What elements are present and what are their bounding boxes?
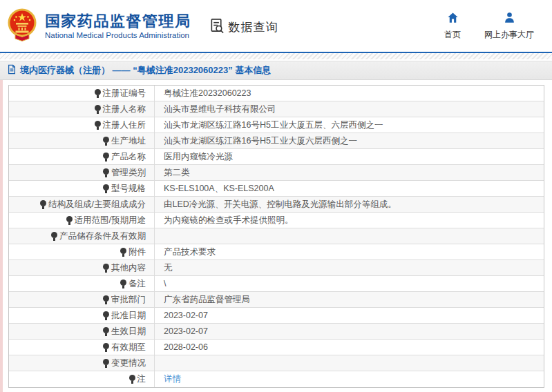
table-row: 产品储存条件及有效期 [9, 228, 544, 244]
table-row: 产品名称 医用内窥镜冷光源 [9, 149, 544, 165]
row-value-text: 2028-02-06 [164, 342, 208, 352]
row-label: 注 [9, 371, 155, 387]
row-value-text: 汕头市昱维电子科技有限公司 [164, 104, 276, 115]
note-bulb-icon [103, 311, 109, 320]
note-bulb-icon [51, 232, 57, 241]
row-label-text: 备注 [129, 278, 146, 290]
row-value-text: 2023-02-07 [164, 311, 208, 320]
note-bulb-icon [103, 359, 109, 368]
table-row: 注册证编号 粤械注准20232060223 [9, 86, 544, 101]
note-bulb-icon [103, 184, 109, 193]
nav-home-label: 首页 [444, 29, 461, 41]
row-value: \ [155, 276, 544, 291]
row-label-text: 变更情况 [111, 357, 146, 369]
row-value: 粤械注准20232060223 [155, 86, 544, 101]
row-label-text: 批准日期 [111, 310, 146, 322]
document-search-icon [209, 18, 225, 37]
site-logo[interactable]: 国家药品监督管理局 National Medical Products Admi… [6, 8, 191, 45]
row-label: 适用范围/预期用途 [9, 213, 155, 228]
row-value: 汕头市龙湖区练江路16号H5工业大厦六层西侧之一 [155, 133, 544, 148]
row-value-text: \ [164, 279, 166, 288]
row-label-text: 适用范围/预期用途 [75, 215, 146, 226]
note-bulb-icon [40, 200, 46, 209]
row-label: 注册证编号 [9, 86, 155, 101]
row-label-text: 注册证编号 [103, 88, 146, 99]
page-title-bar: 境内医疗器械（注册） —— “粤械注准20232060223” 基本信息 [0, 61, 552, 80]
row-label-text: 其他内容 [111, 262, 146, 274]
hatch-strip [0, 53, 552, 59]
note-bulb-icon [103, 264, 109, 273]
table-row: 适用范围/预期用途 为内窥镜的检查或手术提供照明。 [9, 213, 544, 228]
row-value: 产品技术要求 [155, 244, 544, 259]
detail-link[interactable]: 详情 [164, 373, 181, 385]
row-label-text: 注册人住所 [103, 119, 146, 131]
note-bulb-icon [103, 137, 109, 146]
table-row: 备注 \ [9, 276, 544, 292]
row-label: 产品名称 [9, 149, 155, 164]
table-row: 附件 产品技术要求 [9, 244, 544, 260]
row-value-text: 汕头市龙湖区练江路16号H5工业大厦五层、六层西侧之一 [164, 119, 383, 131]
national-emblem-icon [6, 8, 39, 45]
row-label-text: 型号规格 [111, 183, 146, 195]
row-label: 批准日期 [9, 308, 155, 323]
row-value: 2028-02-06 [155, 340, 544, 355]
table-row: 生产地址 汕头市龙湖区练江路16号H5工业大厦六层西侧之一 [9, 133, 544, 149]
nav-online-hall-label: 网上办事大厅 [484, 29, 534, 41]
row-label: 审批部门 [9, 292, 155, 307]
nav-home[interactable]: 首页 [444, 11, 461, 41]
data-query-section[interactable]: 数据查询 [209, 18, 278, 37]
row-value: 汕头市昱维电子科技有限公司 [155, 101, 544, 117]
row-value-text: 产品技术要求 [164, 246, 216, 258]
home-icon [446, 11, 459, 27]
row-label-text: 生效日期 [111, 326, 146, 337]
info-table: 注册证编号 粤械注准20232060223 注册人名称 汕头市昱维电子科技有限公… [8, 85, 544, 388]
row-value-text: KS-ELS100A、KS-ELS200A [164, 183, 274, 195]
row-label-text: 注册人名称 [103, 104, 146, 115]
row-value: 广东省药品监督管理局 [155, 292, 544, 307]
row-value-text: 医用内窥镜冷光源 [164, 151, 233, 163]
note-bulb-icon [103, 153, 109, 161]
table-row: 管理类别 第二类 [9, 165, 544, 181]
row-label: 备注 [9, 276, 155, 291]
table-row: 注 详情 [9, 371, 544, 387]
note-bulb-icon [103, 327, 109, 336]
note-bulb-icon [95, 105, 101, 114]
header-nav: 首页 网上办事大厅 [444, 11, 552, 41]
row-label: 产品储存条件及有效期 [9, 228, 155, 244]
row-label: 其他内容 [9, 260, 155, 275]
row-value-text: 广东省药品监督管理局 [164, 294, 250, 306]
row-label-text: 有效期至 [111, 342, 146, 353]
row-value: 由LED冷光源、开关电源、控制电路及光源输出部分等组成。 [155, 197, 544, 212]
note-bulb-icon [103, 343, 109, 352]
row-label-text: 审批部门 [111, 294, 146, 306]
row-label: 变更情况 [9, 355, 155, 371]
row-value: 2023-02-07 [155, 308, 544, 323]
row-label: 管理类别 [9, 165, 155, 180]
table-row: 注册人住所 汕头市龙湖区练江路16号H5工业大厦五层、六层西侧之一 [9, 117, 544, 133]
row-label: 附件 [9, 244, 155, 259]
note-bulb-icon [66, 216, 73, 225]
note-bulb-icon [120, 280, 126, 288]
row-label: 生效日期 [9, 324, 155, 339]
row-value: 医用内窥镜冷光源 [155, 149, 544, 164]
page-document-icon [7, 64, 17, 77]
note-bulb-icon [95, 121, 101, 130]
left-edge-strip [0, 80, 3, 392]
note-bulb-icon [103, 295, 109, 304]
row-value: 汕头市龙湖区练江路16号H5工业大厦五层、六层西侧之一 [155, 117, 544, 133]
org-name-en: National Medical Products Administration [45, 31, 191, 39]
row-label: 生产地址 [9, 133, 155, 148]
row-label: 型号规格 [9, 181, 155, 196]
table-row: 注册人名称 汕头市昱维电子科技有限公司 [9, 101, 544, 117]
site-header: 国家药品监督管理局 National Medical Products Admi… [0, 0, 552, 52]
page-title: 境内医疗器械（注册） —— “粤械注准20232060223” 基本信息 [20, 64, 271, 77]
row-value: 2023-02-07 [155, 324, 544, 339]
table-row: 变更情况 [9, 355, 544, 371]
note-bulb-icon [103, 168, 109, 177]
row-value-text: 粤械注准20232060223 [164, 88, 251, 99]
row-label-text: 产品储存条件及有效期 [59, 231, 146, 242]
org-name-cn: 国家药品监督管理局 [45, 12, 191, 30]
nav-online-hall[interactable]: 网上办事大厅 [484, 11, 534, 41]
row-value [155, 228, 544, 244]
row-label-text: 管理类别 [111, 167, 146, 179]
